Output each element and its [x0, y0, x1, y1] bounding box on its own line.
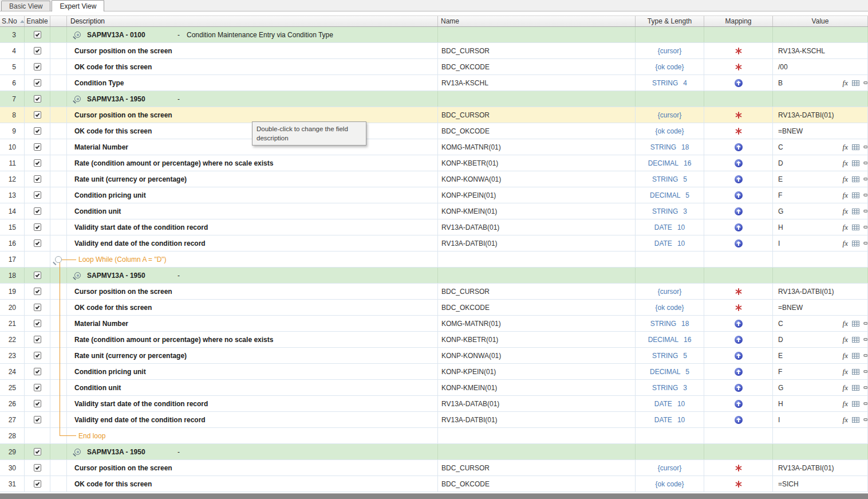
description-cell[interactable]: Material Number: [67, 316, 438, 331]
mapping-upload-icon[interactable]: [735, 79, 743, 87]
type-length-cell[interactable]: DATE10: [636, 219, 704, 235]
mapping-cell[interactable]: [704, 380, 773, 395]
mapping-cell[interactable]: [704, 155, 773, 171]
link-icon[interactable]: [863, 384, 868, 391]
enable-checkbox[interactable]: [34, 272, 41, 279]
mapping-upload-icon[interactable]: [735, 143, 743, 151]
mapping-cell[interactable]: [704, 476, 773, 492]
type-length-cell[interactable]: DATE10: [636, 235, 704, 251]
description-cell[interactable]: Rate (condition amount or percentage) wh…: [67, 155, 438, 171]
mapping-cell[interactable]: [704, 332, 773, 347]
enable-checkbox[interactable]: [34, 95, 41, 103]
screen-description-cell[interactable]: SAPMV13A - 1950-: [67, 91, 438, 107]
link-icon[interactable]: [863, 191, 868, 199]
mapping-upload-icon[interactable]: [735, 159, 743, 167]
value-cell[interactable]: Ffx: [773, 364, 868, 379]
table-row[interactable]: 5OK code for this screenBDC_OKCODE{ok co…: [0, 59, 868, 75]
mapping-cell[interactable]: [704, 219, 773, 235]
grid-icon[interactable]: [852, 207, 859, 215]
table-row[interactable]: 18SAPMV13A - 1950-: [0, 268, 868, 284]
enable-checkbox[interactable]: [34, 207, 41, 215]
description-cell[interactable]: Condition pricing unit: [67, 364, 438, 379]
type-length-cell[interactable]: {ok code}: [636, 123, 704, 139]
header-description[interactable]: Description: [67, 16, 438, 26]
enable-checkbox[interactable]: [34, 239, 41, 247]
name-cell[interactable]: BDC_CURSOR: [438, 460, 636, 476]
value-cell[interactable]: Cfx: [773, 316, 868, 331]
type-length-cell[interactable]: DATE10: [636, 412, 704, 427]
value-cell[interactable]: RV13A-DATBI(01): [773, 460, 868, 476]
enable-checkbox[interactable]: [34, 127, 41, 135]
tab-expert-view[interactable]: Expert View: [52, 0, 104, 11]
description-cell[interactable]: Cursor position on the screen: [67, 284, 438, 299]
table-row[interactable]: 31OK code for this screenBDC_OKCODE{ok c…: [0, 476, 868, 492]
value-cell[interactable]: =SICH: [773, 476, 868, 492]
value-cell[interactable]: Cfx: [773, 139, 868, 155]
type-length-cell[interactable]: STRING4: [636, 75, 704, 91]
link-icon[interactable]: [863, 336, 868, 343]
mapping-cell[interactable]: [704, 364, 773, 379]
enable-checkbox[interactable]: [34, 304, 41, 311]
mapping-cell[interactable]: [704, 139, 773, 155]
mapping-cell[interactable]: [704, 460, 773, 476]
enable-checkbox[interactable]: [34, 320, 41, 327]
grid-icon[interactable]: [852, 336, 859, 343]
grid-icon[interactable]: [852, 191, 859, 199]
type-length-cell[interactable]: DECIMAL16: [636, 155, 704, 171]
link-icon[interactable]: [863, 368, 868, 375]
value-cell[interactable]: Efx: [773, 348, 868, 363]
name-cell[interactable]: RV13A-KSCHL: [438, 75, 636, 91]
name-cell[interactable]: RV13A-DATAB(01): [438, 219, 636, 235]
link-icon[interactable]: [863, 416, 868, 423]
link-icon[interactable]: [863, 175, 868, 183]
table-row[interactable]: 19Cursor position on the screenBDC_CURSO…: [0, 284, 868, 300]
loop-label-cell[interactable]: Loop While (Column A = "D"): [67, 252, 438, 267]
description-cell[interactable]: Validity start date of the condition rec…: [67, 219, 438, 235]
name-cell[interactable]: KONP-KMEIN(01): [438, 380, 636, 395]
name-cell[interactable]: RV13A-DATBI(01): [438, 412, 636, 427]
description-cell[interactable]: Condition unit: [67, 203, 438, 219]
grid-icon[interactable]: [852, 368, 859, 375]
description-cell[interactable]: Validity end date of the condition recor…: [67, 412, 438, 427]
header-type-length[interactable]: Type & Length: [636, 16, 704, 26]
name-cell[interactable]: RV13A-DATBI(01): [438, 235, 636, 251]
link-icon[interactable]: [863, 239, 868, 247]
fx-icon[interactable]: fx: [843, 416, 848, 423]
grid-icon[interactable]: [852, 223, 859, 231]
type-length-cell[interactable]: DECIMAL5: [636, 187, 704, 203]
name-cell[interactable]: KONP-KONWA(01): [438, 171, 636, 187]
description-cell[interactable]: Validity start date of the condition rec…: [67, 396, 438, 411]
name-cell[interactable]: BDC_CURSOR: [438, 107, 636, 123]
type-length-cell[interactable]: STRING18: [636, 316, 704, 331]
table-row[interactable]: 6Condition TypeRV13A-KSCHLSTRING4Bfx: [0, 75, 868, 91]
mapping-system-icon[interactable]: [735, 304, 742, 311]
type-length-cell[interactable]: STRING18: [636, 139, 704, 155]
value-cell[interactable]: Gfx: [773, 380, 868, 395]
type-length-cell[interactable]: {ok code}: [636, 476, 704, 492]
type-length-cell[interactable]: STRING3: [636, 380, 704, 395]
link-icon[interactable]: [863, 207, 868, 215]
value-cell[interactable]: Ffx: [773, 187, 868, 203]
link-icon[interactable]: [863, 143, 868, 151]
grid-icon[interactable]: [852, 416, 859, 423]
name-cell[interactable]: KONP-KPEIN(01): [438, 364, 636, 379]
type-length-cell[interactable]: DECIMAL5: [636, 364, 704, 379]
link-icon[interactable]: [863, 400, 868, 407]
name-cell[interactable]: BDC_CURSOR: [438, 284, 636, 299]
table-row[interactable]: 13Condition pricing unitKONP-KPEIN(01)DE…: [0, 187, 868, 203]
name-cell[interactable]: KONP-KONWA(01): [438, 348, 636, 363]
mapping-upload-icon[interactable]: [735, 368, 743, 376]
table-row[interactable]: 4Cursor position on the screenBDC_CURSOR…: [0, 43, 868, 59]
table-row[interactable]: 30Cursor position on the screenBDC_CURSO…: [0, 460, 868, 476]
table-row[interactable]: 9OK code for this screenBDC_OKCODE{ok co…: [0, 123, 868, 139]
grid-icon[interactable]: [852, 320, 859, 327]
link-icon[interactable]: [863, 352, 868, 359]
enable-checkbox[interactable]: [34, 352, 41, 359]
loop-icon[interactable]: [55, 256, 62, 263]
description-cell[interactable]: OK code for this screen: [67, 300, 438, 315]
header-mapping[interactable]: Mapping: [704, 16, 773, 26]
tab-basic-view[interactable]: Basic View: [1, 1, 50, 11]
table-row[interactable]: 22Rate (condition amount or percentage) …: [0, 332, 868, 348]
table-row[interactable]: 17Loop While (Column A = "D"): [0, 252, 868, 268]
description-cell[interactable]: Condition unit: [67, 380, 438, 395]
